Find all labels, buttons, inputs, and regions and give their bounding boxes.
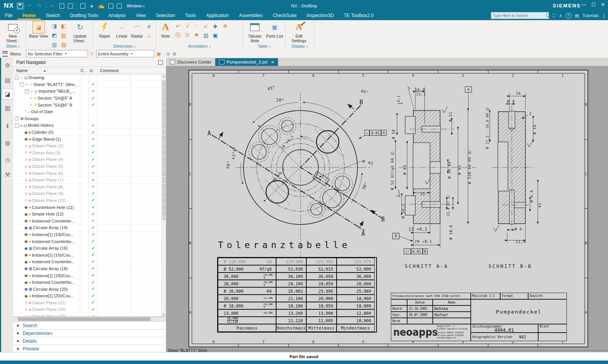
eye-icon[interactable]: ◉ — [24, 253, 28, 257]
eye-off-icon[interactable]: ⊘ — [24, 144, 28, 148]
web-browser-icon[interactable]: ◍ — [2, 138, 13, 148]
ordinate-dimension-icon[interactable]: ⊥ — [145, 31, 153, 39]
section-view-icon[interactable]: ◧ — [60, 22, 67, 30]
info-icon[interactable]: ℹ — [2, 121, 13, 131]
menu-tab-checksuite[interactable]: CheckSuite — [268, 12, 301, 20]
window-menu[interactable]: Window — [127, 3, 145, 8]
tree-item-label[interactable]: Datum Plane (7) — [32, 178, 63, 182]
maximize-button[interactable]: ☐ — [591, 2, 596, 7]
tabular-note-button[interactable]: Tabular Note — [245, 21, 264, 43]
tree-row[interactable]: ◉▦Circular Array (20)✓ — [13, 286, 166, 293]
eye-icon[interactable]: ◉ — [24, 280, 28, 285]
tree-item-label[interactable]: Instance[1] (14)/Cou... — [32, 232, 74, 237]
eye-icon[interactable]: ◉ — [24, 273, 28, 278]
tree-row[interactable]: ⊘◆Datum Plane (2)✓ — [13, 143, 166, 150]
tree-row[interactable]: ◉●Instanced Counterbo...✓ — [13, 217, 166, 224]
tree-expander-icon[interactable]: − — [20, 82, 24, 86]
tree-item-label[interactable]: Instance[1] (16)/Cou... — [32, 253, 74, 257]
menu-tab-home[interactable]: Home — [17, 12, 40, 20]
eye-off-icon[interactable]: ⊘ — [24, 307, 28, 312]
datum-target-icon[interactable]: ↙ — [202, 22, 210, 30]
tree-row[interactable]: ⊘◆Datum Plane (8)✓ — [13, 184, 166, 191]
tree-row[interactable]: ◉●Instance[1] (16)/Cou...✓ — [13, 252, 166, 259]
feature-control-frame-icon[interactable]: Ⓐ — [174, 31, 182, 39]
tree-item-label[interactable]: Instanced Counterbo... — [32, 219, 75, 223]
eye-off-icon[interactable]: ⊘ — [24, 157, 28, 162]
tree-row[interactable]: ◉●Counterbore Hole (11)✓ — [13, 204, 166, 211]
surface-finish-icon[interactable]: √ — [183, 22, 191, 30]
group-label-annotation[interactable]: Annotation — [156, 44, 242, 50]
tree-row[interactable]: ⊘◆Datum Plane (6)✓ — [13, 170, 166, 177]
tree-item-label[interactable]: Datum Plane (10) — [32, 198, 66, 203]
tree-item-label[interactable]: Instance[1] (18)/Cou... — [32, 273, 74, 278]
tree-item-label[interactable]: Section "SX@5" A — [38, 96, 72, 100]
menu-tab-application[interactable]: Application — [201, 12, 234, 20]
tree-expander-icon[interactable]: − — [15, 123, 19, 128]
section-line-icon[interactable]: ▧ — [60, 41, 67, 48]
menu-tab-te-toolbox2-0[interactable]: TE Toolbox2.0 — [339, 12, 379, 20]
tree-item-label[interactable]: Datum Axis (3) — [33, 150, 60, 155]
tools-palette-icon[interactable]: ⚒ — [2, 169, 13, 180]
rapid-dimension-button[interactable]: Rapid — [95, 21, 114, 38]
menu-tab-file[interactable]: File — [0, 12, 17, 20]
notification-icon[interactable]: ❘ — [602, 13, 606, 18]
tree-item-label[interactable]: Circular Array (16) — [33, 246, 67, 250]
tree-item-label[interactable]: Datum Plane (6) — [32, 171, 63, 176]
tree-row[interactable]: ◉▦Circular Array (18)✓ — [13, 266, 166, 273]
eye-off-icon[interactable]: ⊘ — [24, 164, 28, 169]
column-name[interactable]: Name — [13, 68, 28, 73]
eye-icon[interactable]: ◉ — [24, 212, 28, 216]
eye-off-icon[interactable]: ⊘ — [24, 198, 28, 202]
point-dialog-icon[interactable]: ⊕ — [173, 51, 179, 57]
tree-item-label[interactable]: Model History — [28, 123, 54, 128]
assembly-navigator-icon[interactable]: ▤ — [2, 75, 13, 85]
eye-icon[interactable]: ◉ — [24, 294, 28, 298]
tree-row[interactable]: ◉◆Edge Blend (1)✓ — [13, 136, 166, 143]
microphone-icon[interactable]: ♦ — [89, 3, 95, 9]
tree-item-label[interactable]: Imported "NEUE_... — [38, 89, 76, 93]
tree-item-label[interactable]: Instanced Counterbo... — [32, 259, 75, 264]
close-button[interactable]: ✕ — [601, 2, 605, 7]
menu-tab-analysis[interactable]: Analysis — [104, 12, 131, 20]
eye-off-icon[interactable]: ⊘ — [24, 191, 28, 196]
zoom-annotation-icon[interactable]: ◌ — [193, 22, 200, 30]
fullscreen-icon[interactable]: ⛶ — [553, 13, 556, 18]
group-label-dimension[interactable]: Dimension — [93, 44, 156, 50]
touch-mode-icon[interactable]: ✍ — [98, 3, 105, 9]
search-input[interactable] — [491, 14, 546, 18]
tutorials-icon[interactable]: ▤ — [575, 13, 579, 18]
tree-row[interactable]: ◉▦Circular Array (14)✓ — [13, 224, 166, 231]
section-search[interactable]: ▶Search — [13, 321, 166, 329]
eye-icon[interactable]: ◉ — [24, 226, 28, 230]
tree-item-label[interactable]: Datum Plane (9) — [32, 191, 63, 196]
center-mark-icon[interactable]: ⊕ — [221, 22, 229, 30]
tree-row[interactable]: ✓↺Section "SX@6" B✓ — [13, 102, 166, 109]
crosshatch-icon[interactable]: ▨ — [202, 31, 210, 39]
window-icon[interactable] — [117, 3, 122, 9]
command-search[interactable] — [491, 12, 549, 19]
minimize-button[interactable]: — — [581, 2, 586, 7]
tree-row[interactable]: −●▤Model History✓ — [13, 122, 166, 129]
edit-settings-button[interactable]: A Edit Settings — [288, 21, 310, 43]
menu-tab-inspection3d[interactable]: Inspection3D — [302, 12, 339, 20]
tree-row[interactable]: ⊘◆Datum Plane (5)✓ — [13, 163, 166, 170]
tree-row[interactable]: ◉●Instanced Counterbo...✓ — [13, 279, 166, 286]
tree-expander-icon[interactable]: + — [25, 89, 29, 93]
note-button[interactable]: A Note — [159, 21, 173, 38]
projected-view-icon[interactable]: ◨ — [50, 22, 58, 30]
part-navigator-icon[interactable]: ◪ — [2, 89, 13, 99]
fill-icon[interactable]: ◆ — [211, 22, 219, 30]
tree-row[interactable]: ⊘↗Datum Axis (3)✓ — [13, 150, 166, 157]
tree-row[interactable]: ◉●Instanced Counterbo...✓ — [13, 259, 166, 266]
history-icon[interactable]: ◷ — [2, 155, 13, 165]
eye-icon[interactable]: ◉ — [24, 260, 28, 264]
constraint-navigator-icon[interactable]: ▥ — [2, 103, 13, 113]
eye-off-icon[interactable]: ⊘ — [24, 300, 28, 305]
select-handle-icon[interactable]: ◉ — [166, 51, 170, 57]
eye-icon[interactable]: ◉ — [24, 287, 28, 291]
eye-icon[interactable]: ◉ — [24, 232, 28, 236]
break-view-icon[interactable]: ▨ — [60, 31, 67, 39]
section-dependencies[interactable]: ▶Dependencies — [13, 329, 166, 337]
tree-item-label[interactable]: Datum Plane (8) — [32, 185, 63, 189]
tree-item-label[interactable]: Instanced Counterbo... — [32, 239, 75, 244]
